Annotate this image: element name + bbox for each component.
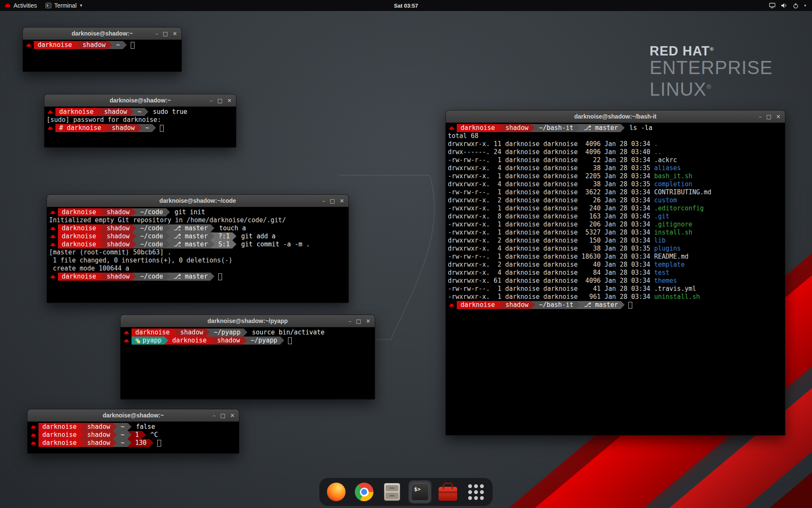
powerline-arrow-icon xyxy=(113,439,117,447)
dock-item-terminal[interactable]: $> xyxy=(409,480,431,503)
terminal-screen[interactable]: darknoiseshadow~/bash-it⎇ master ls -lat… xyxy=(446,123,785,435)
terminal-screen[interactable]: darknoiseshadow~ falsedarknoiseshadow~1 … xyxy=(27,422,239,453)
minimize-button[interactable]: – xyxy=(155,31,158,36)
titlebar[interactable]: darknoise@shadow:~ – □ ✕ xyxy=(44,94,236,107)
dock-item-software[interactable] xyxy=(436,480,459,503)
ls-output-line: drwxrwxr-x. 2 darknoise darknoise 150 Ja… xyxy=(448,237,783,245)
terminal-screen[interactable]: darknoiseshadow~ sudo true[sudo] passwor… xyxy=(44,107,236,147)
powerline-arrow-icon xyxy=(233,232,236,240)
close-button[interactable]: ✕ xyxy=(230,413,235,418)
powerline-arrow-icon xyxy=(166,224,170,232)
prompt-segment: shadow xyxy=(83,423,113,431)
powerline-arrow-icon xyxy=(243,337,247,345)
dock-item-files[interactable] xyxy=(381,480,403,503)
window-title: darknoise@shadow:~/pyapp xyxy=(121,318,375,324)
close-button[interactable]: ✕ xyxy=(776,114,781,119)
powerline-arrow-icon xyxy=(280,337,284,345)
powerline-arrow-icon xyxy=(211,232,214,240)
prompt-segment: ~ xyxy=(134,108,144,116)
python-icon xyxy=(135,338,140,343)
maximize-button[interactable]: □ xyxy=(330,198,335,204)
powerline-arrow-icon xyxy=(531,124,535,132)
file-name: .. xyxy=(654,148,662,156)
display-icon xyxy=(769,3,776,8)
dock-item-chrome[interactable] xyxy=(353,480,376,503)
app-menu-label: Terminal xyxy=(54,2,77,9)
minimize-button[interactable]: – xyxy=(213,413,216,418)
activities-button[interactable]: Activities xyxy=(0,0,41,11)
powerline-arrow-icon xyxy=(166,273,170,281)
terminal-cursor xyxy=(131,42,134,49)
file-name: . xyxy=(654,140,658,148)
minimize-button[interactable]: – xyxy=(210,98,213,103)
maximize-button[interactable]: □ xyxy=(163,31,168,36)
ls-output-line: drwx------. 24 darknoise darknoise 4096 … xyxy=(448,148,783,156)
terminal-window-pyapp: darknoise@shadow:~/pyapp – □ ✕ darknoise… xyxy=(120,315,375,400)
file-name: uninstall.sh xyxy=(654,293,700,301)
minimize-button[interactable]: – xyxy=(348,318,351,324)
minimize-button[interactable]: – xyxy=(759,114,762,119)
titlebar[interactable]: darknoise@shadow:~ – □ ✕ xyxy=(27,409,239,422)
maximize-button[interactable]: □ xyxy=(766,114,771,119)
file-name: install.sh xyxy=(654,229,692,236)
prompt-segment: darknoise xyxy=(58,224,99,232)
maximize-button[interactable]: □ xyxy=(356,318,361,324)
titlebar[interactable]: darknoise@shadow:~/code – □ ✕ xyxy=(47,195,348,207)
system-status-area[interactable]: ▾ xyxy=(765,0,809,11)
powerline-arrow-icon xyxy=(108,41,112,49)
prompt-line: darknoiseshadow~/code⎇ masterS:1 git com… xyxy=(49,240,346,248)
titlebar[interactable]: darknoise@shadow:~ – □ ✕ xyxy=(23,28,181,40)
chevron-down-icon: ▼ xyxy=(79,3,83,8)
prompt-segment: shadow xyxy=(502,301,531,309)
maximize-button[interactable]: □ xyxy=(217,98,222,103)
prompt-segment: darknoise xyxy=(168,337,209,345)
titlebar[interactable]: darknoise@shadow:~/bash-it – □ ✕ xyxy=(446,110,785,123)
minimize-button[interactable]: – xyxy=(322,198,325,204)
prompt-segment: shadow xyxy=(103,232,132,240)
prompt-segment: ~/bash-it xyxy=(535,301,576,309)
prompt-segment: ?:1 xyxy=(214,232,233,240)
close-button[interactable]: ✕ xyxy=(340,198,344,204)
prompt-segment: ~ xyxy=(117,423,127,431)
powerline-arrow-icon xyxy=(80,431,83,439)
terminal-cursor xyxy=(288,337,292,344)
prompt-line: darknoiseshadow~130 xyxy=(30,439,237,447)
terminal-output-line: 1 file changed, 0 insertions(+), 0 delet… xyxy=(49,257,346,265)
close-button[interactable]: ✕ xyxy=(366,318,370,324)
prompt-segment: darknoise xyxy=(132,329,173,337)
close-button[interactable]: ✕ xyxy=(173,31,177,36)
ls-output-line: drwxrwxr-x. 2 darknoise darknoise 40 Jan… xyxy=(448,261,783,269)
ls-output-line: -rwxrwxr-x. 1 darknoise darknoise 240 Ja… xyxy=(448,204,783,213)
prompt-segment: shadow xyxy=(83,431,113,439)
powerline-arrow-icon xyxy=(145,108,148,116)
maximize-button[interactable]: □ xyxy=(220,413,225,418)
app-menu-terminal[interactable]: Terminal ▼ xyxy=(41,0,87,11)
prompt-segment: shadow xyxy=(103,208,132,216)
files-icon xyxy=(384,483,400,501)
close-button[interactable]: ✕ xyxy=(227,98,232,103)
dock-item-show-applications[interactable] xyxy=(464,480,487,503)
terminal-output-line: Initialized empty Git repository in /hom… xyxy=(49,216,346,224)
ls-output-line: drwxrwxr-x. 4 darknoise darknoise 84 Jan… xyxy=(448,269,783,277)
terminal-screen[interactable]: darknoiseshadow~/code git initInitialize… xyxy=(47,207,348,303)
titlebar[interactable]: darknoise@shadow:~/pyapp – □ ✕ xyxy=(121,315,375,327)
prompt-segment: shadow xyxy=(83,439,113,447)
window-title: darknoise@shadow:~ xyxy=(44,97,236,104)
clock[interactable]: Sat 03:57 xyxy=(394,3,418,9)
powerline-arrow-icon xyxy=(576,301,580,309)
terminal-screen[interactable]: darknoiseshadow~ xyxy=(23,40,181,72)
terminal-screen[interactable]: darknoiseshadow~/pyapp source bin/activa… xyxy=(121,327,375,399)
powerline-arrow-icon xyxy=(576,124,580,132)
powerline-arrow-icon xyxy=(173,329,176,337)
prompt-segment: # darknoise xyxy=(55,124,104,132)
ls-output-line: drwxrwxr-x. 8 darknoise darknoise 163 Ja… xyxy=(448,213,783,221)
prompt-segment: ⎇ master xyxy=(170,224,211,232)
command-text: sudo true xyxy=(148,108,187,116)
prompt-segment: ~ xyxy=(117,439,127,447)
redhat-icon xyxy=(50,226,56,231)
prompt-segment: ~ xyxy=(117,431,127,439)
ls-output-line: -rw-rw-r--. 1 darknoise darknoise 41 Jan… xyxy=(448,285,783,293)
ls-output-line: -rwxrwxr-x. 1 darknoise darknoise 206 Ja… xyxy=(448,221,783,229)
redhat-icon xyxy=(50,234,56,239)
dock-item-firefox[interactable] xyxy=(325,480,348,503)
